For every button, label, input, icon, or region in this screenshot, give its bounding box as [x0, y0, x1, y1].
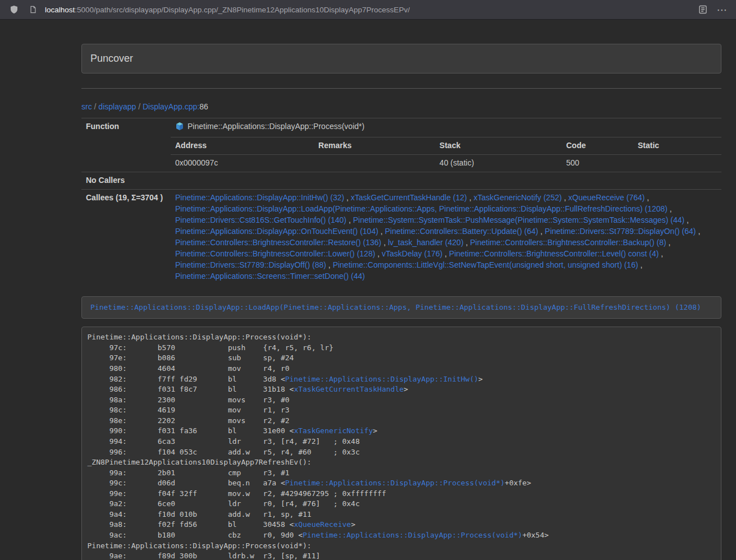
code-symbol-link[interactable]: Pinetime::Applications::DisplayApp::Proc…	[285, 479, 505, 487]
col-address: Address	[171, 137, 314, 154]
address-row: 0x0000097c 40 (static) 500	[171, 154, 721, 171]
callees-list: Pinetime::Applications::DisplayApp::Init…	[175, 192, 717, 282]
cell-code: 500	[561, 154, 633, 171]
url-text: localhost:5000/path/src/displayapp/Displ…	[45, 6, 410, 14]
app-header: Puncover	[82, 44, 721, 73]
callee-link[interactable]: xQueueReceive (764)	[568, 193, 644, 202]
cell-remarks	[314, 154, 435, 171]
address-table: Address Remarks Stack Code Static 0x0000…	[171, 137, 721, 172]
callee-link[interactable]: Pinetime::Applications::Screens::Timer::…	[175, 272, 365, 281]
app-header-panel: Puncover	[81, 44, 721, 74]
cell-address: 0x0000097c	[171, 154, 314, 171]
callee-link[interactable]: Pinetime::Drivers::St7789::DisplayOn() (…	[545, 227, 696, 236]
callees-label: Callees (19, Σ=3704 )	[81, 189, 171, 284]
code-symbol-link[interactable]: Pinetime::Applications::DisplayApp::Init…	[285, 375, 478, 383]
address-table-header: Address Remarks Stack Code Static	[171, 137, 721, 154]
no-callers-label: No Callers	[81, 172, 171, 189]
callee-link[interactable]: xTaskGenericNotify (252)	[473, 193, 561, 202]
callee-link[interactable]: Pinetime::Controllers::BrightnessControl…	[449, 249, 659, 258]
callee-link[interactable]: lv_task_handler (420)	[388, 238, 464, 247]
function-label: Function	[81, 118, 171, 172]
col-remarks: Remarks	[314, 137, 435, 154]
callee-link[interactable]: Pinetime::Controllers::Battery::Update()…	[385, 227, 538, 236]
page-actions-menu-icon[interactable]: ⋯	[716, 3, 728, 16]
url-bar[interactable]: localhost:5000/path/src/displayapp/Displ…	[27, 3, 690, 16]
callee-link[interactable]: vTaskDelay (176)	[382, 249, 442, 258]
function-name-line: Pinetime::Applications::DisplayApp::Proc…	[171, 118, 721, 137]
callee-link[interactable]: Pinetime::Controllers::BrightnessControl…	[470, 238, 666, 247]
breadcrumb-link[interactable]: DisplayApp.cpp:	[143, 102, 199, 111]
callee-link[interactable]: Pinetime::Applications::DisplayApp::OnTo…	[175, 227, 378, 236]
breadcrumb-link[interactable]: src	[81, 102, 92, 111]
cell-static	[633, 154, 721, 171]
callees-row: Callees (19, Σ=3704 ) Pinetime::Applicat…	[81, 189, 721, 284]
cell-stack: 40 (static)	[435, 154, 562, 171]
symbol-link[interactable]: Pinetime::Applications::DisplayApp::Load…	[90, 303, 701, 311]
url-path: :5000/path/src/displayapp/DisplayApp.cpp…	[75, 6, 410, 14]
callee-link[interactable]: Pinetime::Controllers::BrightnessControl…	[175, 238, 381, 247]
breadcrumb: src / displayapp / DisplayApp.cpp:86	[81, 101, 721, 112]
function-type-icon	[175, 122, 184, 134]
divider	[81, 88, 721, 89]
col-static: Static	[633, 137, 721, 154]
function-name: Pinetime::Applications::DisplayApp::Proc…	[188, 122, 364, 131]
breadcrumb-text: 86	[199, 102, 208, 111]
function-cell: Pinetime::Applications::DisplayApp::Proc…	[171, 118, 721, 172]
callee-link[interactable]: Pinetime::Applications::DisplayApp::Init…	[175, 193, 344, 202]
function-row: Function Pinetime::Applications::Display…	[81, 118, 721, 172]
browser-chrome: localhost:5000/path/src/displayapp/Displ…	[0, 0, 736, 20]
url-host: localhost	[45, 6, 75, 14]
page-icon	[27, 3, 39, 16]
code-symbol-link[interactable]: xTaskGetCurrentTaskHandle	[294, 385, 404, 393]
callee-link[interactable]: Pinetime::Controllers::BrightnessControl…	[175, 249, 375, 258]
page-content: Puncover src / displayapp / DisplayApp.c…	[81, 44, 721, 560]
breadcrumb-separator: /	[136, 102, 143, 111]
disassembly-code: Pinetime::Applications::DisplayApp::Proc…	[81, 327, 721, 560]
callee-link[interactable]: Pinetime::Drivers::St7789::DisplayOff() …	[175, 260, 326, 269]
no-callers-row: No Callers	[81, 172, 721, 189]
reader-view-icon[interactable]	[697, 3, 709, 16]
callee-link[interactable]: Pinetime::Drivers::Cst816S::GetTouchInfo…	[175, 215, 346, 224]
symbol-panel: Pinetime::Applications::DisplayApp::Load…	[81, 296, 721, 319]
code-symbol-link[interactable]: Pinetime::Applications::DisplayApp::Proc…	[303, 531, 522, 539]
callee-link[interactable]: xTaskGetCurrentTaskHandle (12)	[351, 193, 467, 202]
callee-link[interactable]: Pinetime::Applications::DisplayApp::Load…	[175, 204, 668, 213]
callee-link[interactable]: Pinetime::System::SystemTask::PushMessag…	[353, 215, 685, 224]
col-stack: Stack	[435, 137, 562, 154]
no-callers-cell	[171, 172, 721, 189]
callee-link[interactable]: Pinetime::Components::LittleVgl::SetNewT…	[333, 260, 638, 269]
symbol-panel-heading: Pinetime::Applications::DisplayApp::Load…	[82, 297, 721, 318]
function-table: Function Pinetime::Applications::Display…	[81, 118, 721, 285]
callees-cell: Pinetime::Applications::DisplayApp::Init…	[171, 189, 721, 284]
breadcrumb-link[interactable]: displayapp	[98, 102, 136, 111]
breadcrumb-separator: /	[92, 102, 99, 111]
col-code: Code	[561, 137, 633, 154]
shield-icon[interactable]	[8, 3, 20, 16]
code-symbol-link[interactable]: xTaskGenericNotify	[294, 426, 373, 435]
code-symbol-link[interactable]: xQueueReceive	[294, 520, 351, 529]
app-title: Puncover	[90, 53, 133, 64]
